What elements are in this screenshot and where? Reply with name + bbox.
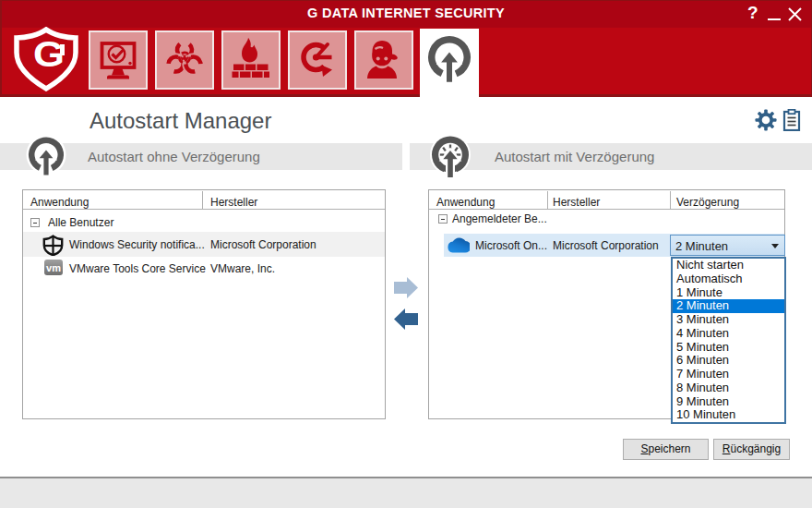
svg-text:G: G	[33, 35, 65, 74]
